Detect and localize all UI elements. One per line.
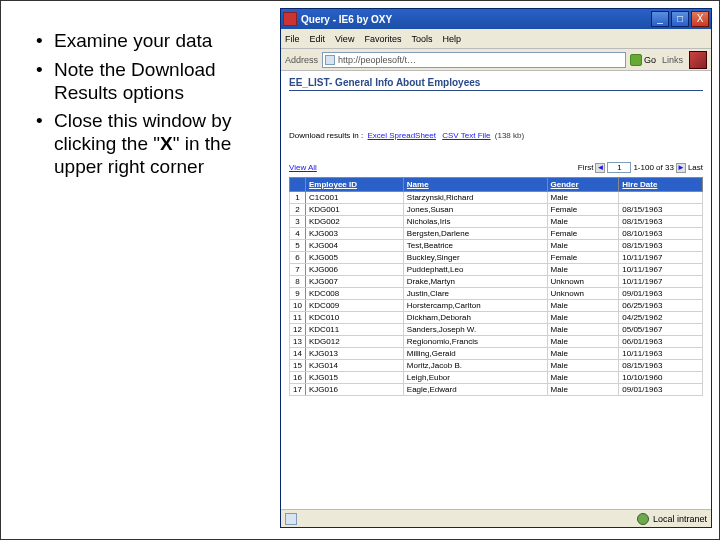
menu-help[interactable]: Help [442, 34, 461, 44]
cell-name: Starzynski,Richard [403, 192, 547, 204]
table-row: 14KJG013Milling,GeraldMale10/11/1963 [290, 348, 703, 360]
col-hire-date[interactable]: Hire Date [619, 178, 703, 192]
address-input[interactable]: http://peoplesoft/t… [322, 52, 626, 68]
cell-hire-date: 04/25/1962 [619, 312, 703, 324]
table-row: 1C1C001Starzynski,RichardMale [290, 192, 703, 204]
menu-tools[interactable]: Tools [411, 34, 432, 44]
cell-rownum: 5 [290, 240, 306, 252]
window-buttons: _ □ X [651, 11, 709, 27]
cell-rownum: 13 [290, 336, 306, 348]
pager-range: 1-100 of 33 [633, 163, 673, 172]
cell-hire-date: 10/11/1967 [619, 252, 703, 264]
cell-employee-id: KJG003 [306, 228, 404, 240]
cell-hire-date [619, 192, 703, 204]
table-row: 7KJG006Puddephatt,LeoMale10/11/1967 [290, 264, 703, 276]
cell-hire-date: 10/11/1967 [619, 264, 703, 276]
pager-last-label: Last [688, 163, 703, 172]
cell-gender: Male [547, 192, 619, 204]
page-icon [325, 55, 335, 65]
table-row: 10KDC009Horstercamp,CarltonMale06/25/196… [290, 300, 703, 312]
view-all-link[interactable]: View All [289, 163, 317, 172]
pager-page-input[interactable]: 1 [607, 162, 631, 173]
cell-hire-date: 10/10/1960 [619, 372, 703, 384]
table-row: 4KJG003Bergsten,DarleneFemale08/10/1963 [290, 228, 703, 240]
status-bar: Local intranet [281, 509, 711, 527]
table-row: 11KDC010Dickham,DeborahMale04/25/1962 [290, 312, 703, 324]
cell-employee-id: KDC008 [306, 288, 404, 300]
instruction-item: Close this window by clicking the "X" in… [36, 110, 266, 178]
download-link-csv[interactable]: CSV Text File [442, 131, 490, 140]
col-name[interactable]: Name [403, 178, 547, 192]
cell-rownum: 3 [290, 216, 306, 228]
table-row: 16KJG015Leigh,EuborMale10/10/1960 [290, 372, 703, 384]
pager-prev-button[interactable]: ◄ [595, 163, 605, 173]
cell-name: Regionomio,Francis [403, 336, 547, 348]
download-prefix: Download results in : [289, 131, 363, 140]
cell-gender: Female [547, 228, 619, 240]
cell-rownum: 14 [290, 348, 306, 360]
menu-favorites[interactable]: Favorites [364, 34, 401, 44]
pager-row: View All First ◄ 1 1-100 of 33 ► Last [289, 162, 703, 173]
cell-name: Drake,Martyn [403, 276, 547, 288]
cell-hire-date: 06/25/1963 [619, 300, 703, 312]
cell-gender: Male [547, 372, 619, 384]
throbber-icon [689, 51, 707, 69]
col-gender[interactable]: Gender [547, 178, 619, 192]
app-icon [283, 12, 297, 26]
download-link-excel[interactable]: Excel SpreadSheet [368, 131, 437, 140]
go-button[interactable]: Go [630, 54, 656, 66]
cell-hire-date: 08/15/1963 [619, 240, 703, 252]
cell-hire-date: 10/11/1967 [619, 276, 703, 288]
table-row: 15KJG014Moritz,Jacob B.Male08/15/1963 [290, 360, 703, 372]
menu-edit[interactable]: Edit [310, 34, 326, 44]
cell-rownum: 11 [290, 312, 306, 324]
status-zone: Local intranet [653, 514, 707, 524]
cell-employee-id: KDG002 [306, 216, 404, 228]
cell-hire-date: 06/01/1963 [619, 336, 703, 348]
cell-name: Buckley,Singer [403, 252, 547, 264]
maximize-button[interactable]: □ [671, 11, 689, 27]
cell-gender: Male [547, 384, 619, 396]
cell-name: Leigh,Eubor [403, 372, 547, 384]
close-button[interactable]: X [691, 11, 709, 27]
browser-window: Query - IE6 by OXY _ □ X File Edit View … [280, 8, 712, 528]
cell-name: Sanders,Joseph W. [403, 324, 547, 336]
cell-name: Bergsten,Darlene [403, 228, 547, 240]
cell-rownum: 16 [290, 372, 306, 384]
menu-file[interactable]: File [285, 34, 300, 44]
table-row: 12KDC011Sanders,Joseph W.Male05/05/1967 [290, 324, 703, 336]
minimize-button[interactable]: _ [651, 11, 669, 27]
cell-employee-id: KDC011 [306, 324, 404, 336]
cell-rownum: 10 [290, 300, 306, 312]
col-rownum [290, 178, 306, 192]
cell-name: Test,Beatrice [403, 240, 547, 252]
cell-employee-id: KJG006 [306, 264, 404, 276]
table-row: 9KDC008Justin,ClareUnknown09/01/1963 [290, 288, 703, 300]
table-row: 8KJG007Drake,MartynUnknown10/11/1967 [290, 276, 703, 288]
cell-employee-id: KDG012 [306, 336, 404, 348]
cell-employee-id: KJG016 [306, 384, 404, 396]
pager-next-button[interactable]: ► [676, 163, 686, 173]
cell-employee-id: KJG013 [306, 348, 404, 360]
links-label[interactable]: Links [660, 55, 685, 65]
cell-employee-id: KDC009 [306, 300, 404, 312]
download-size: (138 kb) [495, 131, 524, 140]
cell-hire-date: 09/01/1963 [619, 384, 703, 396]
page-heading: EE_LIST- General Info About Employees [289, 77, 703, 91]
menu-view[interactable]: View [335, 34, 354, 44]
cell-employee-id: KDC010 [306, 312, 404, 324]
cell-rownum: 17 [290, 384, 306, 396]
cell-employee-id: KJG015 [306, 372, 404, 384]
instruction-list: Examine your dataNote the Download Resul… [36, 30, 266, 185]
col-employee-id[interactable]: Employee ID [306, 178, 404, 192]
cell-name: Justin,Clare [403, 288, 547, 300]
cell-hire-date: 08/10/1963 [619, 228, 703, 240]
cell-name: Dickham,Deborah [403, 312, 547, 324]
cell-gender: Male [547, 312, 619, 324]
cell-name: Eagle,Edward [403, 384, 547, 396]
content-pane: EE_LIST- General Info About Employees Do… [281, 71, 711, 509]
cell-gender: Male [547, 348, 619, 360]
cell-gender: Male [547, 336, 619, 348]
cell-employee-id: KDG001 [306, 204, 404, 216]
cell-gender: Male [547, 240, 619, 252]
